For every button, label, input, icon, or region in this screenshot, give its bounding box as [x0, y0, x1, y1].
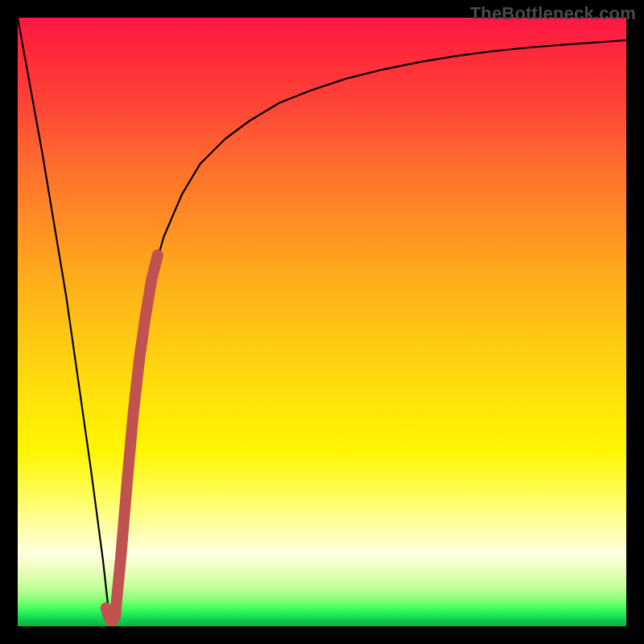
highlight-path [106, 255, 158, 621]
plot-area [18, 18, 626, 626]
bottleneck-curve [18, 18, 626, 623]
highlight-segment [106, 255, 158, 621]
curve-path [18, 18, 626, 623]
chart-svg [18, 18, 626, 626]
chart-frame: TheBottleneck.com [0, 0, 644, 644]
watermark-text: TheBottleneck.com [470, 3, 636, 24]
